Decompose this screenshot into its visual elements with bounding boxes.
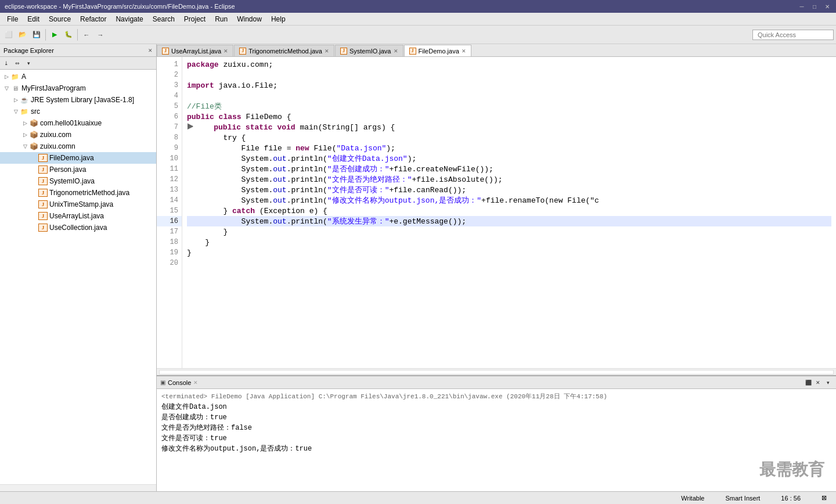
menu-item-run[interactable]: Run (210, 14, 232, 24)
editor-tab-systemio[interactable]: JSystemIO.java✕ (335, 45, 403, 56)
code-line-6: public class FileDemo { (187, 111, 831, 122)
tree-item-comhello[interactable]: ▷📦com.hello01kuaixue (0, 117, 156, 129)
token-15: } (187, 207, 232, 215)
tree-item-person[interactable]: JPerson.java (0, 164, 156, 175)
tab-close-filedemo[interactable]: ✕ (462, 48, 466, 54)
code-content[interactable]: package zuixu.comn;import java.io.File;/… (182, 57, 836, 368)
tree-label-systemio: SystemIO.java (49, 177, 95, 185)
console-tab-close[interactable]: ✕ (193, 380, 198, 386)
toolbar-debug[interactable]: 🐛 (62, 28, 75, 41)
token-19: } (187, 249, 192, 257)
token-12: +file.isAbsolute()); (412, 175, 502, 184)
token-11: out (273, 165, 286, 174)
tree-item-zuixucom[interactable]: ▷📦zuixu.com (0, 129, 156, 141)
token-3: java.io.File; (219, 81, 278, 90)
token-13: out (273, 186, 286, 195)
line-num-2: 2 (157, 70, 182, 80)
tab-label-trigonometric: TrigonometricMethod.java (248, 48, 322, 55)
token-15: catch (232, 207, 260, 215)
tree-item-usearraylist[interactable]: JUseArrayList.java (0, 210, 156, 222)
editor-horizontal-scroll[interactable] (157, 368, 836, 375)
tree-item-systemio[interactable]: JSystemIO.java (0, 175, 156, 187)
pe-menu-btn[interactable]: ▾ (23, 58, 34, 69)
code-line-1: package zuixu.comn; (187, 59, 831, 70)
tree-item-trigonometric[interactable]: JTrigonometricMethod.java (0, 187, 156, 199)
console-stop-btn[interactable]: ⬛ (803, 378, 813, 387)
token-6: class (219, 113, 246, 121)
tree-label-usecollection: UseCollection.java (49, 224, 107, 232)
code-line-17: } (187, 226, 831, 237)
java-icon-trigonometric: J (38, 189, 48, 197)
toolbar-back[interactable]: ← (80, 28, 93, 41)
editor-tab-filedemo[interactable]: JFileDemo.java✕ (404, 45, 471, 57)
pe-close-icon[interactable]: ✕ (148, 48, 153, 53)
code-line-18: } (187, 237, 831, 247)
tree-label-mfp: MyFirstJavaProgram (21, 84, 86, 92)
menu-item-project[interactable]: Project (179, 14, 210, 24)
token-11: .println( (287, 165, 327, 174)
console-clear-btn[interactable]: ✕ (813, 378, 823, 387)
tree-item-zuixucomn[interactable]: ▽📦zuixu.comn (0, 141, 156, 152)
token-12: .println( (287, 175, 327, 184)
menu-item-refactor[interactable]: Refactor (75, 14, 111, 24)
editor-tab-trigonometric[interactable]: JTrigonometricMethod.java✕ (234, 45, 334, 56)
tree-item-mfp[interactable]: ▽🖥MyFirstJavaProgram (0, 82, 156, 94)
tree-item-usecollection[interactable]: JUseCollection.java (0, 222, 156, 233)
pe-content: ▷📁A▽🖥MyFirstJavaProgram▷☕JRE System Libr… (0, 70, 156, 484)
toolbar-save[interactable]: 💾 (30, 28, 43, 41)
menu-item-search[interactable]: Search (148, 14, 179, 24)
line-num-1: 1 (157, 59, 182, 70)
package-explorer-title: Package Explorer (3, 47, 148, 54)
editor-tab-usearraylist[interactable]: JUseArrayList.java✕ (157, 45, 233, 56)
menu-item-navigate[interactable]: Navigate (111, 14, 147, 24)
console-output-line: 文件是否可读：true (161, 433, 831, 444)
console-menu-btn[interactable]: ▾ (823, 378, 833, 387)
toolbar-open[interactable]: 📂 (16, 28, 29, 41)
menu-item-source[interactable]: Source (44, 14, 75, 24)
tree-item-src[interactable]: ▽📁src (0, 106, 156, 117)
toolbar: ⬜ 📂 💾 ▶ 🐛 ← → (0, 26, 836, 44)
minimize-button[interactable]: ─ (798, 2, 806, 10)
pe-bottom-scroll[interactable] (0, 484, 156, 491)
code-editor[interactable]: 1234567891011121314151617181920 package … (157, 57, 836, 368)
close-button[interactable]: ✕ (823, 2, 831, 10)
toolbar-run[interactable]: ▶ (48, 28, 61, 41)
pkg-icon-zuixucom: 📦 (29, 131, 38, 139)
tab-close-trigonometric[interactable]: ✕ (325, 48, 329, 54)
menu-item-window[interactable]: Window (232, 14, 266, 24)
tree-item-a[interactable]: ▷📁A (0, 71, 156, 82)
tree-arrow-mfp: ▽ (2, 85, 10, 91)
menu-item-help[interactable]: Help (266, 14, 290, 24)
toolbar-forward[interactable]: → (94, 28, 107, 41)
tab-icon-trigonometric: J (239, 48, 246, 55)
menu-item-edit[interactable]: Edit (23, 14, 44, 24)
tree-item-filedemo[interactable]: JFileDemo.java (0, 152, 156, 164)
line-num-9: 9 (157, 143, 182, 153)
jre-icon-jre: ☕ (20, 96, 29, 104)
token-10: .println( (287, 154, 327, 163)
line-num-7: 7 (157, 122, 182, 132)
console-output-line: 创建文件Data.json (161, 402, 831, 412)
tree-label-trigonometric: TrigonometricMethod.java (49, 189, 129, 197)
maximize-button[interactable]: □ (810, 2, 819, 10)
statusbar: Writable Smart Insert 16 : 56 ⊠ (0, 491, 836, 504)
code-line-16: System.out.println("系统发生异常："+e.getMessag… (187, 216, 831, 226)
console-header: ▣ Console ✕ ⬛ ✕ ▾ (157, 376, 836, 389)
tab-close-systemio[interactable]: ✕ (394, 48, 398, 54)
menu-item-file[interactable]: File (2, 14, 23, 24)
tree-label-person: Person.java (49, 165, 86, 174)
editor-area: JUseArrayList.java✕JTrigonometricMethod.… (157, 44, 836, 375)
pe-collapse-btn[interactable]: ⤓ (1, 58, 12, 69)
tree-item-unixtimestamp[interactable]: JUnixTimeStamp.java (0, 199, 156, 210)
folder-icon-a: 📁 (10, 73, 20, 81)
line-num-18: 18 (157, 237, 182, 247)
pe-link-btn[interactable]: ⇔ (12, 58, 23, 69)
code-line-15: } catch (Exception e) { (187, 206, 831, 216)
toolbar-new[interactable]: ⬜ (2, 28, 15, 41)
code-line-7: ⯈ public static void main(String[] args)… (187, 122, 831, 132)
quick-access-input[interactable] (752, 30, 834, 40)
token-17: } (187, 228, 228, 236)
java-icon-person: J (38, 165, 48, 174)
tab-close-usearraylist[interactable]: ✕ (224, 48, 228, 54)
tree-item-jre[interactable]: ▷☕JRE System Library [JavaSE-1.8] (0, 94, 156, 106)
